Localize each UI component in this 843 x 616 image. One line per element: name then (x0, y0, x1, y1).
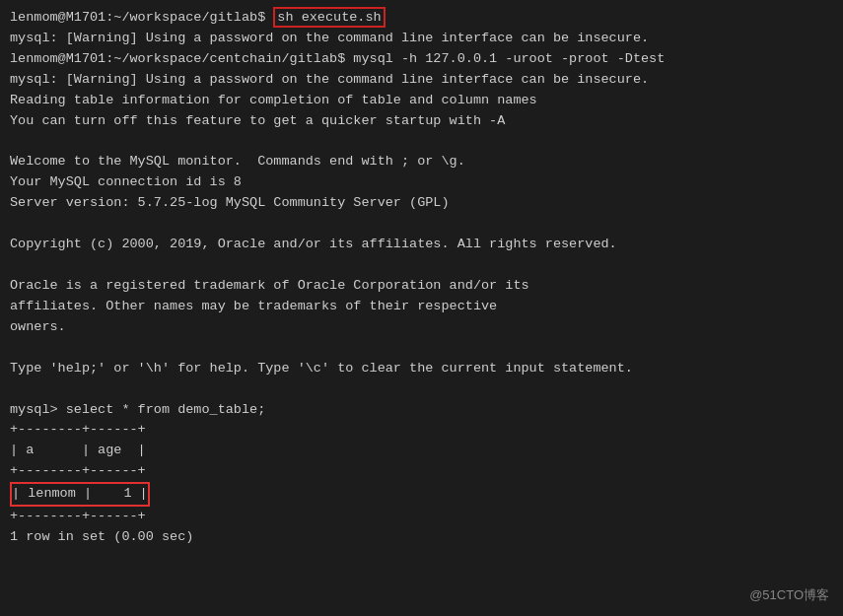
terminal-line-20: mysql> select * from demo_table; (10, 400, 833, 421)
terminal-line-3: lenmom@M1701:~/workspace/centchain/gitla… (10, 49, 833, 70)
terminal-line-1: lenmom@M1701:~/workspace/gitlab$ sh exec… (10, 8, 833, 29)
highlighted-data-row: | lenmom | 1 | (10, 482, 150, 507)
terminal-line-10: Server version: 5.7.25-log MySQL Communi… (10, 193, 833, 214)
terminal-line-11 (10, 214, 833, 235)
terminal-line-2: mysql: [Warning] Using a password on the… (10, 29, 833, 49)
terminal-line-4: mysql: [Warning] Using a password on the… (10, 70, 833, 91)
prompt-1: lenmom@M1701:~/workspace/gitlab$ (10, 10, 273, 25)
terminal-line-16: owners. (10, 317, 833, 338)
terminal-line-8: Welcome to the MySQL monitor. Commands e… (10, 152, 833, 172)
terminal-line-7 (10, 132, 833, 153)
terminal-line-22: | a | age | (10, 441, 833, 461)
terminal-window: lenmom@M1701:~/workspace/gitlab$ sh exec… (0, 0, 843, 616)
command-execute-sh: sh execute.sh (273, 7, 385, 28)
terminal-line-17 (10, 338, 833, 359)
terminal-line-23: +--------+------+ (10, 461, 833, 482)
terminal-line-26: 1 row in set (0.00 sec) (10, 527, 833, 548)
terminal-line-9: Your MySQL connection id is 8 (10, 172, 833, 193)
terminal-line-6: You can turn off this feature to get a q… (10, 111, 833, 132)
terminal-line-5: Reading table information for completion… (10, 91, 833, 111)
terminal-line-15: affiliates. Other names may be trademark… (10, 297, 833, 317)
watermark: @51CTO博客 (749, 586, 829, 604)
terminal-line-13 (10, 255, 833, 276)
terminal-line-21: +--------+------+ (10, 420, 833, 441)
terminal-line-12: Copyright (c) 2000, 2019, Oracle and/or … (10, 235, 833, 255)
terminal-line-19 (10, 379, 833, 400)
terminal-line-14: Oracle is a registered trademark of Orac… (10, 276, 833, 297)
terminal-line-25: +--------+------+ (10, 507, 833, 527)
terminal-line-24: | lenmom | 1 | (10, 482, 833, 507)
terminal-line-18: Type 'help;' or '\h' for help. Type '\c'… (10, 359, 833, 379)
